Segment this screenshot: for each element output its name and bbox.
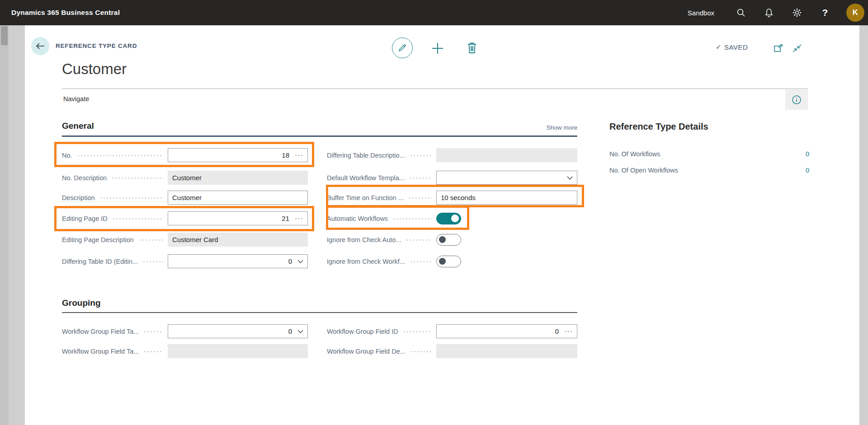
plus-icon bbox=[431, 42, 444, 55]
field-description: Description Customer bbox=[62, 191, 308, 205]
back-button[interactable] bbox=[31, 37, 49, 55]
back-arrow-icon bbox=[35, 42, 45, 50]
details-row-open-workflows: No. Of Open Workflows 0 bbox=[609, 167, 809, 174]
general-divider bbox=[62, 135, 577, 137]
editing-page-id-input[interactable]: 21 ··· bbox=[168, 211, 308, 225]
show-more-link[interactable]: Show more bbox=[487, 124, 577, 131]
search-icon[interactable] bbox=[736, 7, 746, 18]
dotted-leader bbox=[410, 351, 432, 352]
page-title: Customer bbox=[62, 61, 127, 78]
info-icon bbox=[791, 94, 802, 105]
field-label: No. bbox=[62, 152, 72, 159]
settings-gear-icon[interactable] bbox=[792, 7, 802, 18]
dotted-leader bbox=[408, 197, 432, 199]
dotted-leader bbox=[99, 197, 163, 199]
field-workflow-group-field-description: Workflow Group Field De... bbox=[327, 344, 577, 358]
scrollbar-thumb[interactable] bbox=[1, 26, 8, 45]
toggle-knob bbox=[439, 236, 446, 243]
workflow-group-field-description-field bbox=[436, 344, 577, 358]
toggle-knob bbox=[439, 258, 446, 265]
field-differing-table-description: Differing Table Descriptio... bbox=[327, 148, 577, 162]
dotted-leader bbox=[403, 331, 432, 332]
page-backdrop-right bbox=[859, 25, 868, 425]
field-default-workflow-template: Default Workflow Templa... bbox=[327, 171, 577, 185]
dotted-leader bbox=[77, 155, 163, 156]
workflow-group-field-id-input[interactable]: 0 ··· bbox=[436, 324, 577, 338]
details-label: No. Of Workflows bbox=[609, 150, 660, 158]
field-label: Workflow Group Field De... bbox=[327, 348, 406, 355]
grouping-divider bbox=[62, 312, 577, 313]
field-label: Editing Page Description bbox=[62, 236, 134, 243]
field-workflow-group-field-id: Workflow Group Field ID 0 ··· bbox=[327, 324, 577, 338]
default-workflow-template-select[interactable] bbox=[436, 171, 577, 185]
field-editing-page-id: Editing Page ID 21 ··· bbox=[62, 211, 308, 225]
automatic-workflows-toggle[interactable] bbox=[436, 213, 461, 224]
differing-table-id-select[interactable]: 0 bbox=[168, 254, 308, 268]
field-ignore-check-workflow: Ignore from Check Workf... bbox=[327, 254, 577, 268]
topbar-right-cluster: Sandbox ? K bbox=[688, 0, 864, 25]
app-title: Dynamics 365 Business Central bbox=[0, 9, 120, 17]
environment-label: Sandbox bbox=[688, 9, 714, 17]
ignore-check-workflow-toggle[interactable] bbox=[436, 256, 461, 267]
field-no: No. 18 ··· bbox=[62, 148, 308, 162]
assist-edit-icon[interactable]: ··· bbox=[295, 216, 303, 221]
collapse-page-button[interactable] bbox=[792, 44, 802, 55]
page-backdrop-left bbox=[0, 25, 25, 425]
grouping-heading: Grouping bbox=[62, 298, 100, 308]
field-label: No. Description bbox=[62, 174, 107, 182]
chevron-down-icon[interactable] bbox=[297, 330, 303, 333]
dotted-leader bbox=[406, 239, 432, 241]
open-workflows-count-link[interactable]: 0 bbox=[806, 167, 809, 174]
business-central-screen: Dynamics 365 Business Central Sandbox bbox=[0, 0, 868, 425]
workflow-group-field-table-select[interactable]: 0 bbox=[168, 324, 308, 338]
assist-edit-icon[interactable]: ··· bbox=[564, 329, 573, 334]
top-bar: Dynamics 365 Business Central Sandbox bbox=[0, 0, 868, 25]
scrollbar-track[interactable] bbox=[0, 25, 9, 425]
field-label: Editing Page ID bbox=[62, 215, 108, 222]
dotted-leader bbox=[392, 218, 432, 220]
trash-icon bbox=[466, 42, 478, 54]
help-icon[interactable]: ? bbox=[820, 7, 830, 18]
field-label: Buffer Time on Function ... bbox=[327, 194, 404, 201]
pencil-icon bbox=[397, 43, 407, 53]
details-row-workflows: No. Of Workflows 0 bbox=[609, 150, 809, 158]
notifications-icon[interactable] bbox=[764, 7, 774, 18]
description-input[interactable]: Customer bbox=[168, 191, 308, 205]
dotted-leader bbox=[143, 331, 163, 332]
edit-button[interactable] bbox=[392, 37, 413, 58]
dotted-leader bbox=[409, 177, 432, 179]
details-label: No. Of Open Workflows bbox=[609, 167, 678, 174]
dotted-leader bbox=[410, 155, 432, 156]
dotted-leader bbox=[142, 261, 163, 262]
no-description-field: Customer bbox=[168, 171, 308, 185]
page-details-button[interactable] bbox=[785, 89, 808, 110]
workflows-count-link[interactable]: 0 bbox=[806, 150, 809, 158]
field-ignore-check-auto: Ignore from Check Auto... bbox=[327, 233, 577, 247]
no-input[interactable]: 18 ··· bbox=[168, 148, 308, 162]
reference-type-card: REFERENCE TYPE CARD Customer bbox=[25, 25, 859, 425]
chevron-down-icon[interactable] bbox=[297, 260, 303, 263]
field-label: Workflow Group Field Ta... bbox=[62, 348, 139, 355]
new-button[interactable] bbox=[431, 42, 444, 55]
assist-edit-icon[interactable]: ··· bbox=[295, 153, 303, 158]
field-label: Automatic Workflows bbox=[327, 215, 388, 222]
field-label: Ignore from Check Auto... bbox=[327, 236, 401, 243]
dotted-leader bbox=[111, 177, 163, 179]
buffer-time-input[interactable]: 10 seconds bbox=[436, 191, 577, 205]
delete-button[interactable] bbox=[466, 42, 478, 54]
dotted-leader bbox=[112, 218, 163, 220]
user-avatar[interactable]: K bbox=[846, 4, 864, 22]
differing-table-description-field bbox=[436, 148, 577, 162]
open-in-new-window-button[interactable] bbox=[774, 44, 783, 55]
dotted-leader bbox=[410, 261, 432, 262]
field-label: Default Workflow Templa... bbox=[327, 174, 405, 182]
field-label: Differing Table Descriptio... bbox=[327, 152, 405, 159]
chevron-down-icon[interactable] bbox=[567, 176, 573, 180]
details-pane-heading: Reference Type Details bbox=[609, 121, 708, 132]
field-automatic-workflows: Automatic Workflows bbox=[327, 211, 577, 225]
page-type-caption: REFERENCE TYPE CARD bbox=[56, 42, 137, 49]
field-buffer-time: Buffer Time on Function ... 10 seconds bbox=[327, 191, 577, 205]
menu-navigate[interactable]: Navigate bbox=[62, 89, 90, 109]
ignore-check-auto-toggle[interactable] bbox=[436, 234, 461, 246]
saved-label: SAVED bbox=[724, 43, 748, 51]
